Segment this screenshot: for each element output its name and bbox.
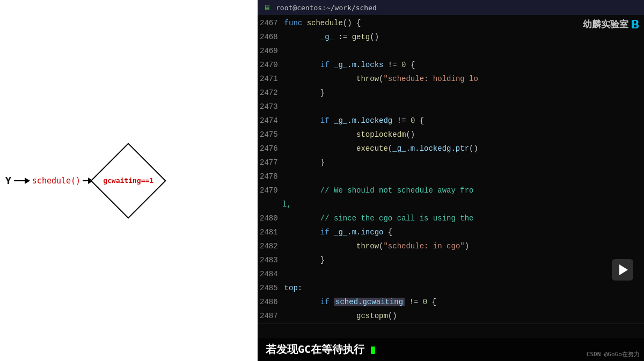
token-fn: gcstopm	[356, 312, 388, 320]
token-op: )	[465, 242, 469, 251]
token-op: ()	[370, 33, 379, 41]
token-op	[284, 61, 320, 69]
line-number: 2472	[260, 86, 284, 100]
terminal-icon: 🖥	[263, 3, 272, 12]
token-kw: if	[320, 116, 334, 125]
line-number: 2468	[260, 30, 284, 44]
token-fn: throw	[356, 242, 379, 251]
line-number: 2469	[260, 44, 284, 58]
token-op: }	[284, 256, 325, 264]
code-line: 2476 execute(_g_.m.lockedg.ptr()	[258, 142, 644, 156]
line-number: 2470	[260, 58, 284, 72]
token-fn: schedule	[307, 19, 343, 27]
line-number: 2471	[260, 72, 284, 86]
terminal-title: root@centos:~/work/sched	[276, 4, 377, 12]
token-op	[284, 298, 320, 306]
line-content: execute(_g_.m.lockedg.ptr()	[284, 142, 642, 156]
y-label: Y	[5, 175, 11, 186]
line-content: throw("schedule: in cgo")	[284, 239, 642, 253]
line-content: throw("schedule: holding lo	[284, 72, 642, 86]
token-op: !=	[392, 116, 411, 125]
code-line: 2486 if sched.gcwaiting != 0 {	[258, 295, 644, 309]
token-var: top:	[284, 284, 303, 292]
line-number: 2473	[260, 100, 284, 114]
line-number: 2487	[260, 309, 284, 323]
token-op: {	[415, 116, 424, 125]
token-op	[284, 130, 356, 139]
line-number: 2480	[260, 211, 284, 225]
code-line: l,	[258, 197, 644, 211]
token-str: "schedule: in cgo"	[383, 242, 464, 251]
token-op	[284, 116, 320, 125]
token-op: ()	[388, 312, 397, 320]
token-var: _g_.m.lockedg	[334, 116, 392, 125]
line-content: l,	[282, 197, 642, 211]
token-var: _g_.m.lockedg.ptr	[392, 144, 469, 153]
code-line: 2487 gcstopm()	[258, 309, 644, 323]
play-icon-badge[interactable]	[612, 259, 633, 281]
token-op: ()	[469, 144, 478, 153]
line-content: }	[284, 86, 642, 100]
code-line: 2479 // We should not schedule away fro	[258, 183, 644, 197]
line-number: 2477	[260, 156, 284, 170]
token-kw: if	[320, 61, 334, 69]
token-var: _g_	[284, 33, 334, 41]
code-line: 2483 }	[258, 253, 644, 267]
line-content: if _g_.m.lockedg != 0 {	[284, 114, 642, 128]
token-kw: func	[284, 19, 307, 27]
code-lines: 2467func schedule() {2468 _g_ := getg()2…	[258, 16, 644, 323]
play-triangle	[619, 264, 628, 275]
token-op: () {	[343, 19, 361, 27]
code-line: 2469	[258, 44, 644, 58]
line-content: stoplockedm()	[284, 128, 642, 142]
line-number: 2479	[260, 183, 284, 197]
subtitle-text: 若发现GC在等待执行	[266, 343, 364, 356]
token-kw: if	[320, 228, 334, 237]
line-number: 2481	[260, 225, 284, 239]
code-line: 2474 if _g_.m.lockedg != 0 {	[258, 114, 644, 128]
code-area: 2467func schedule() {2468 _g_ := getg()2…	[258, 15, 644, 323]
schedule-label: schedule()	[32, 176, 80, 186]
token-op	[284, 144, 356, 153]
connector-line-2	[83, 180, 88, 181]
connector-line-1	[14, 180, 25, 181]
token-var: _g_.m.locks	[334, 61, 383, 69]
token-hl: sched.gcwaiting	[334, 298, 405, 306]
token-fn: getg	[352, 33, 370, 41]
csdn-badge: CSDN @GoGo在努力	[587, 350, 640, 358]
token-op: :=	[334, 33, 352, 41]
line-number: 2485	[260, 281, 284, 295]
code-line: 2485top:	[258, 281, 644, 295]
token-fn: stoplockedm	[356, 130, 406, 139]
line-content: if sched.gcwaiting != 0 {	[284, 295, 642, 309]
code-line: 2484	[258, 267, 644, 281]
decision-diamond: gcwaiting==1	[93, 151, 163, 210]
token-op: ()	[406, 130, 415, 139]
token-op: {	[406, 61, 415, 69]
token-num: 0	[423, 298, 427, 306]
terminal-panel: 🖥 root@centos:~/work/sched 幼麟实验室 𝗕 2467f…	[258, 0, 644, 361]
line-content: top:	[284, 281, 642, 295]
diamond-label: gcwaiting==1	[103, 176, 153, 185]
line-content: // since the cgo call is using the	[284, 211, 642, 225]
token-op: !=	[383, 61, 401, 69]
code-line: 2470 if _g_.m.locks != 0 {	[258, 58, 644, 72]
line-number: 2484	[260, 267, 284, 281]
token-fn: execute	[356, 144, 388, 153]
arrow-1	[25, 178, 30, 184]
line-number: 2467	[260, 16, 284, 30]
code-line: 2472 }	[258, 86, 644, 100]
token-op	[284, 242, 356, 251]
token-op: {	[383, 228, 392, 237]
code-line: 2481 if _g_.m.incgo {	[258, 225, 644, 239]
token-op	[284, 228, 320, 237]
line-number: 2474	[260, 114, 284, 128]
token-op: {	[427, 298, 436, 306]
line-content: if _g_.m.incgo {	[284, 225, 642, 239]
token-op	[284, 312, 356, 320]
token-op: !=	[405, 298, 423, 306]
code-line: 2482 throw("schedule: in cgo")	[258, 239, 644, 253]
cursor	[371, 347, 375, 354]
terminal-titlebar: 🖥 root@centos:~/work/sched	[258, 0, 644, 15]
code-line: 2473	[258, 100, 644, 114]
